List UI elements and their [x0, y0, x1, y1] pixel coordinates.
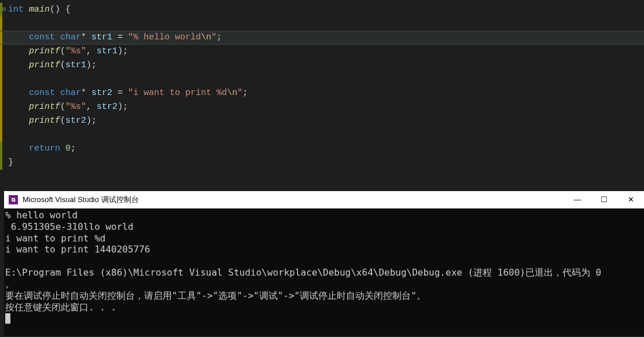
- token-operator: =: [117, 32, 123, 42]
- code-content[interactable]: printf(str1);: [8, 58, 97, 72]
- console-line: 6.951305e-310llo world: [5, 221, 643, 233]
- token-escape: \n: [227, 88, 237, 98]
- token-punct: ;: [91, 60, 97, 70]
- token-string-quote: ": [65, 46, 71, 56]
- token-punct: ;: [242, 88, 248, 98]
- token-string-text: % hello world: [133, 32, 201, 42]
- token-kw-modifier: const: [29, 32, 55, 42]
- token-punct: ,: [86, 102, 97, 112]
- code-content[interactable]: [8, 128, 13, 142]
- token-plain: [123, 32, 128, 42]
- token-escape: \n: [201, 32, 211, 42]
- token-punct: ;: [71, 144, 76, 153]
- code-line[interactable]: }: [0, 156, 644, 170]
- console-titlebar[interactable]: ⧉ Microsoft Visual Studio 调试控制台 — ☐ ✕: [4, 191, 644, 208]
- close-button[interactable]: ✕: [617, 191, 644, 208]
- token-plain: [60, 144, 65, 153]
- token-punct: ;: [91, 116, 97, 126]
- change-indicator: [0, 142, 2, 156]
- token-string-quote: ": [81, 102, 86, 112]
- change-indicator: [0, 58, 2, 72]
- console-line: [5, 255, 643, 267]
- token-fn-name: printf: [29, 46, 60, 56]
- token-kw-modifier: return: [29, 144, 60, 153]
- token-paren: ): [117, 102, 123, 112]
- token-variable: str1: [97, 46, 117, 56]
- console-output[interactable]: % hello world 6.951305e-310llo worldi wa…: [4, 208, 644, 325]
- token-kw-type: char: [60, 32, 81, 42]
- token-plain: [24, 5, 29, 14]
- token-plain: [86, 32, 91, 42]
- code-line[interactable]: printf(str2);: [0, 114, 644, 128]
- change-indicator: [0, 17, 2, 31]
- token-plain: [55, 88, 60, 98]
- console-line: 按任意键关闭此窗口. . .: [5, 302, 643, 313]
- token-fn-name: printf: [29, 60, 60, 70]
- token-paren: ): [86, 116, 91, 126]
- token-paren: ): [117, 46, 123, 56]
- token-string-quote: ": [211, 32, 216, 42]
- token-operator: *: [81, 32, 86, 42]
- code-line[interactable]: printf(str1);: [0, 58, 644, 72]
- code-content[interactable]: printf(str2);: [8, 114, 97, 128]
- code-content[interactable]: int main() {: [8, 3, 71, 17]
- console-line: E:\Program Files (x86)\Microsoft Visual …: [5, 267, 643, 279]
- code-line[interactable]: return 0;: [0, 142, 644, 156]
- change-indicator: [0, 31, 2, 44]
- console-cursor-line: [5, 313, 643, 324]
- token-paren: (: [60, 102, 65, 112]
- window-controls: — ☐ ✕: [564, 191, 644, 208]
- token-brace: }: [8, 157, 13, 167]
- token-variable: str1: [91, 32, 112, 42]
- code-line[interactable]: printf("%s", str2);: [0, 100, 644, 114]
- code-content[interactable]: return 0;: [8, 142, 76, 156]
- code-line[interactable]: [0, 72, 644, 86]
- change-indicator: [0, 3, 2, 17]
- token-string-quote: ": [128, 88, 133, 98]
- change-indicator: [0, 156, 2, 170]
- code-content[interactable]: const char* str1 = "% hello world\n";: [8, 31, 222, 45]
- token-plain: [60, 5, 65, 14]
- token-fn-name: printf: [29, 102, 60, 112]
- token-paren: (: [60, 116, 65, 126]
- console-line: 要在调试停止时自动关闭控制台，请启用"工具"->"选项"->"调试"->"调试停…: [5, 290, 643, 302]
- code-content[interactable]: printf("%s", str2);: [8, 100, 128, 114]
- maximize-button[interactable]: ☐: [591, 191, 617, 208]
- token-paren: (: [60, 60, 65, 70]
- console-line: i want to print %d: [5, 233, 643, 244]
- token-number: 0: [65, 144, 71, 153]
- token-variable: str1: [65, 60, 86, 70]
- token-kw-modifier: const: [29, 88, 55, 98]
- code-line[interactable]: const char* str2 = "i want to print %d\n…: [0, 86, 644, 100]
- token-plain: [123, 88, 128, 98]
- console-line: 。: [5, 279, 643, 290]
- code-line[interactable]: const char* str1 = "% hello world\n";: [0, 31, 644, 45]
- token-plain: [112, 32, 117, 42]
- token-plain: [112, 88, 117, 98]
- token-brace: {: [65, 5, 71, 14]
- token-paren: (: [60, 46, 65, 56]
- code-content[interactable]: [8, 72, 13, 86]
- code-line[interactable]: printf("%s", str1);: [0, 45, 644, 58]
- token-variable: str2: [65, 116, 86, 126]
- token-kw-type: int: [8, 5, 24, 14]
- token-operator: =: [117, 88, 123, 98]
- console-line: % hello world: [5, 210, 643, 221]
- code-content[interactable]: printf("%s", str1);: [8, 45, 128, 58]
- code-content[interactable]: [8, 17, 13, 31]
- minimize-button[interactable]: —: [564, 191, 591, 208]
- token-punct: ;: [216, 32, 222, 42]
- cursor-icon: [5, 313, 10, 324]
- debug-console-window: ⧉ Microsoft Visual Studio 调试控制台 — ☐ ✕ % …: [4, 191, 644, 336]
- token-string-text: %s: [71, 46, 81, 56]
- code-content[interactable]: }: [8, 156, 13, 170]
- code-line[interactable]: [0, 128, 644, 142]
- code-line[interactable]: ⊟int main() {: [0, 3, 644, 17]
- fold-collapse-icon[interactable]: ⊟: [2, 6, 6, 13]
- token-string-text: i want to print %d: [133, 88, 227, 98]
- change-indicator: [0, 86, 2, 100]
- code-content[interactable]: const char* str2 = "i want to print %d\n…: [8, 86, 248, 100]
- code-line[interactable]: [0, 17, 644, 31]
- token-string-text: %s: [71, 102, 81, 112]
- code-editor[interactable]: ⊟int main() { const char* str1 = "% hell…: [0, 0, 644, 185]
